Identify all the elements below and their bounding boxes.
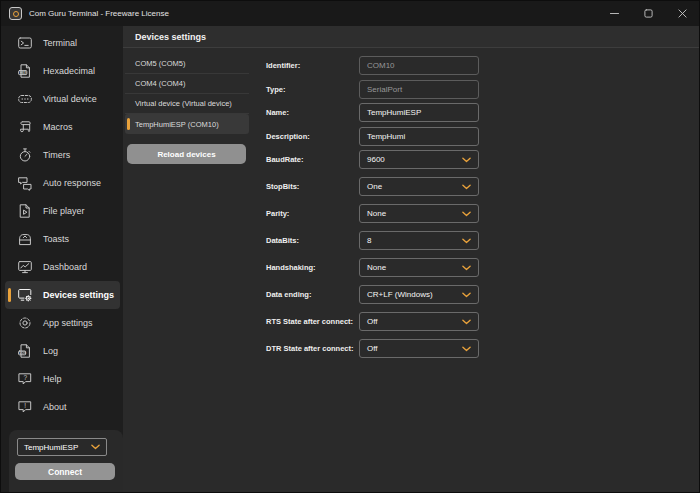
sidebar-item-label: Toasts [43, 234, 69, 244]
sidebar-item-terminal[interactable]: Terminal [5, 29, 120, 57]
sidebar-item-hexadecimal[interactable]: HEX Hexadecimal [5, 57, 120, 85]
field-label-handshaking: Handshaking: [266, 263, 359, 272]
input-value: TempHumi [367, 132, 405, 141]
sidebar-item-dashboard[interactable]: Dashboard [5, 253, 120, 281]
form-row-rts-state-after-connect: RTS State after connect: Off [266, 312, 699, 331]
device-selector-value: TempHumiESP [24, 443, 78, 452]
device-list-item-com5-com5[interactable]: COM5 (COM5) [125, 54, 249, 74]
field-label-data-ending: Data ending: [266, 290, 359, 299]
sidebar-item-app-settings[interactable]: App settings [5, 309, 120, 337]
chevron-down-icon [462, 292, 471, 298]
device-selector-dropdown[interactable]: TempHumiESP [17, 438, 107, 456]
sidebar-item-label: Timers [43, 150, 70, 160]
page-title: Devices settings [123, 26, 699, 48]
minimize-button[interactable] [597, 1, 631, 26]
sidebar-item-devices-settings[interactable]: Devices settings [5, 281, 120, 309]
field-label-type: Type: [266, 85, 359, 94]
device-item-label: COM5 (COM5) [135, 59, 185, 68]
sidebar-item-auto-response[interactable]: Auto response [5, 169, 120, 197]
content-body: COM5 (COM5) COM4 (COM4) Virtual device (… [123, 48, 699, 492]
chevron-down-icon [462, 211, 471, 217]
field-label-baudrate: BaudRate: [266, 155, 359, 164]
device-list-item-virtual-device-virtual-device[interactable]: Virtual device (Virtual device) [125, 94, 249, 114]
form-row-stopbits: StopBits: One [266, 177, 699, 196]
timers-icon [17, 147, 33, 163]
chevron-down-icon [462, 157, 471, 163]
field-label-databits: DataBits: [266, 236, 359, 245]
content-area: Devices settings COM5 (COM5) COM4 (COM4)… [123, 26, 699, 492]
data-ending-dropdown[interactable]: CR+LF (Windows) [359, 285, 479, 304]
maximize-button[interactable] [631, 1, 665, 26]
chevron-down-icon [462, 265, 471, 271]
macros-icon [17, 119, 33, 135]
dropdown-value: Off [367, 317, 378, 326]
selected-indicator [127, 118, 130, 130]
form-row-parity: Parity: None [266, 204, 699, 223]
baudrate-dropdown[interactable]: 9600 [359, 150, 479, 169]
window-title: Com Guru Terminal - Freeware License [29, 9, 169, 18]
device-item-label: TempHumiESP (COM10) [135, 120, 219, 129]
connect-button[interactable]: Connect [15, 463, 115, 480]
devices-list-panel: COM5 (COM5) COM4 (COM4) Virtual device (… [123, 48, 251, 492]
close-button[interactable] [665, 1, 699, 26]
window-controls [597, 1, 699, 26]
auto-response-icon [17, 175, 33, 191]
dtr-state-after-connect-dropdown[interactable]: Off [359, 339, 479, 358]
reload-devices-button[interactable]: Reload devices [127, 144, 246, 164]
app-window: Com Guru Terminal - Freeware License Ter… [0, 0, 700, 493]
chevron-down-icon [462, 238, 471, 244]
field-label-parity: Parity: [266, 209, 359, 218]
sidebar-item-file-player[interactable]: File player [5, 197, 120, 225]
sidebar-footer-card: TempHumiESP Connect [9, 430, 123, 492]
dropdown-value: 8 [367, 236, 371, 245]
dropdown-value: None [367, 209, 386, 218]
title-bar: Com Guru Terminal - Freeware License [1, 1, 699, 26]
sidebar-item-log[interactable]: LOG Log [5, 337, 120, 365]
sidebar-item-timers[interactable]: Timers [5, 141, 120, 169]
device-list-item-temphumiesp-com10[interactable]: TempHumiESP (COM10) [125, 114, 249, 134]
sidebar-item-label: Devices settings [43, 290, 114, 300]
file-player-icon [17, 203, 33, 219]
sidebar-item-label: Log [43, 346, 58, 356]
svg-text:!: ! [24, 402, 26, 409]
chevron-down-icon [462, 184, 471, 190]
device-settings-form: Identifier: COM10 Type: SerialPort Name:… [251, 48, 699, 492]
databits-dropdown[interactable]: 8 [359, 231, 479, 250]
dropdown-value: One [367, 182, 382, 191]
stopbits-dropdown[interactable]: One [359, 177, 479, 196]
about-icon: ! [17, 399, 33, 415]
sidebar-item-label: App settings [43, 318, 93, 328]
maximize-icon [644, 9, 653, 18]
description-input[interactable]: TempHumi [359, 127, 479, 146]
app-settings-icon [17, 315, 33, 331]
identifier-input: COM10 [359, 56, 479, 75]
chevron-down-icon [462, 346, 471, 352]
sidebar-item-virtual-device[interactable]: Virtual device [5, 85, 120, 113]
form-row-name: Name: TempHumiESP [266, 103, 699, 122]
devices-settings-icon [17, 287, 33, 303]
device-list-item-com4-com4[interactable]: COM4 (COM4) [125, 74, 249, 94]
virtual-device-icon [17, 91, 33, 107]
device-item-label: Virtual device (Virtual device) [135, 99, 232, 108]
selected-indicator [8, 288, 11, 302]
rts-state-after-connect-dropdown[interactable]: Off [359, 312, 479, 331]
field-label-name: Name: [266, 108, 359, 117]
device-item-label: COM4 (COM4) [135, 79, 185, 88]
sidebar-item-about[interactable]: ! About [5, 393, 120, 421]
sidebar-item-macros[interactable]: Macros [5, 113, 120, 141]
form-row-identifier: Identifier: COM10 [266, 56, 699, 75]
parity-dropdown[interactable]: None [359, 204, 479, 223]
form-row-description: Description: TempHumi [266, 127, 699, 146]
toasts-icon [17, 231, 33, 247]
input-value: TempHumiESP [367, 108, 421, 117]
name-input[interactable]: TempHumiESP [359, 103, 479, 122]
sidebar-item-toasts[interactable]: Toasts [5, 225, 120, 253]
dashboard-icon [17, 259, 33, 275]
close-icon [678, 9, 687, 18]
log-icon: LOG [17, 343, 33, 359]
sidebar-item-label: Dashboard [43, 262, 87, 272]
handshaking-dropdown[interactable]: None [359, 258, 479, 277]
sidebar-item-label: Auto response [43, 178, 101, 188]
sidebar-item-help[interactable]: ? Help [5, 365, 120, 393]
dropdown-value: Off [367, 344, 378, 353]
